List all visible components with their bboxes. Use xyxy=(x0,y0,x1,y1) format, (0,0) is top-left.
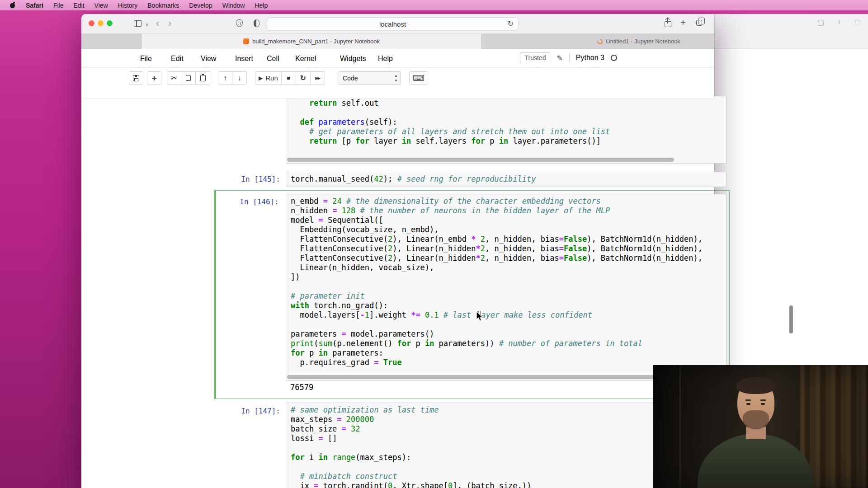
jupyter-favicon-icon xyxy=(243,38,249,44)
privacy-shield-icon[interactable] xyxy=(236,19,243,27)
menubar-item-file[interactable]: File xyxy=(48,2,69,9)
input-prompt: In [146]: xyxy=(213,197,279,206)
minimize-button[interactable] xyxy=(98,20,104,26)
jupyter-menu-insert[interactable]: Insert xyxy=(235,55,253,63)
code-line: Embedding(vocab_size, n_embd), xyxy=(291,225,726,235)
tab-bar: build_makemore_CNN_part1 - Jupyter Noteb… xyxy=(81,34,714,49)
trusted-badge[interactable]: Trusted xyxy=(520,52,550,63)
code-line: model = Sequential([ xyxy=(291,216,726,225)
cell-output: 76579 xyxy=(290,383,313,392)
menubar-item-edit[interactable]: Edit xyxy=(68,2,89,9)
jupyter-menu-widgets[interactable]: Widgets xyxy=(340,55,366,63)
code-line: return [p for layer in self.layers for p… xyxy=(291,136,726,146)
tab-build-makemore[interactable]: build_makemore_CNN_part1 - Jupyter Noteb… xyxy=(141,34,482,49)
menubar-item-history[interactable]: History xyxy=(113,2,143,9)
menubar-item-view[interactable]: View xyxy=(90,2,113,9)
copy-icon xyxy=(186,75,191,81)
apple-menu-icon[interactable] xyxy=(9,2,15,8)
code-line: # get parameters of all layers and stret… xyxy=(291,127,726,136)
code-cell-input[interactable]: n_embd = 24 # the dimensionality of the … xyxy=(286,194,726,381)
menubar-item-bookmarks[interactable]: Bookmarks xyxy=(142,2,184,9)
move-cell-down-button[interactable]: ↓ xyxy=(232,71,247,84)
menubar-item-develop[interactable]: Develop xyxy=(184,2,217,9)
fast-forward-icon: ▶▶ xyxy=(315,76,320,80)
loading-spinner-icon xyxy=(596,38,604,45)
horizontal-scrollbar[interactable] xyxy=(287,375,679,379)
jupyter-menu-edit[interactable]: Edit xyxy=(171,55,184,63)
save-icon xyxy=(133,75,139,81)
browser-toolbar: ∨ ‹ › localhost ↻ + xyxy=(81,14,714,34)
close-button[interactable] xyxy=(89,20,94,26)
jupyter-menubar: FileEditViewInsertCellKernelWidgetsHelp xyxy=(81,51,714,68)
code-line: FlattenConsecutive(2), Linear(n_embd * 2… xyxy=(291,235,726,244)
code-line: model.layers[-1].weight *= 0.1 # last la… xyxy=(291,310,726,320)
share-icon xyxy=(818,20,824,26)
run-label: Run xyxy=(265,74,278,82)
input-prompt: In [145]: xyxy=(214,175,280,183)
jupyter-menu-view[interactable]: View xyxy=(201,55,216,63)
new-tab-icon[interactable]: + xyxy=(680,18,686,28)
code-line: print(sum(p.nelement() for p in paramete… xyxy=(291,339,726,348)
jupyter-header: FileEditViewInsertCellKernelWidgetsHelp … xyxy=(81,49,714,99)
move-cell-up-button[interactable]: ↑ xyxy=(218,71,232,84)
tab-overview-icon[interactable] xyxy=(696,20,702,26)
copy-cell-button[interactable] xyxy=(181,71,196,84)
menubar-item-safari[interactable]: Safari xyxy=(21,2,48,9)
cut-cell-button[interactable]: ✂ xyxy=(167,71,181,84)
sidebar-icon[interactable] xyxy=(134,20,142,27)
webcam-overlay xyxy=(653,365,868,488)
menubar-item-window[interactable]: Window xyxy=(217,2,250,9)
paste-cell-button[interactable] xyxy=(196,71,210,84)
code-line: for p in parameters: xyxy=(291,348,726,358)
paste-icon xyxy=(200,75,206,81)
stop-button[interactable]: ■ xyxy=(282,71,296,84)
horizontal-scrollbar[interactable] xyxy=(287,158,674,162)
zoom-button[interactable] xyxy=(107,20,113,26)
code-cell-input[interactable]: return self.out def parameters(self): # … xyxy=(286,96,726,164)
mouse-cursor xyxy=(476,311,484,324)
code-line: parameters = model.parameters() xyxy=(291,329,726,339)
code-line: FlattenConsecutive(2), Linear(n_hidden*2… xyxy=(291,253,726,263)
new-tab-icon: + xyxy=(837,18,842,27)
jupyter-menu-help[interactable]: Help xyxy=(378,55,393,63)
reader-toggle-icon[interactable] xyxy=(254,19,259,27)
url-text: localhost xyxy=(379,20,406,28)
macos-menubar: SafariFileEditViewHistoryBookmarksDevelo… xyxy=(0,0,868,10)
back-button[interactable]: ‹ xyxy=(156,18,159,29)
chevron-down-icon[interactable]: ∨ xyxy=(145,22,149,28)
tab-untitled1[interactable]: Untitled1 - Jupyter Notebook xyxy=(482,34,796,49)
jupyter-menu-file[interactable]: File xyxy=(140,55,152,63)
add-cell-button[interactable]: + xyxy=(147,71,161,84)
restart-kernel-button[interactable]: ↻ xyxy=(296,71,311,84)
code-line xyxy=(291,108,726,117)
restart-run-all-button[interactable]: ▶▶ xyxy=(311,71,325,84)
jupyter-menu-cell[interactable]: Cell xyxy=(267,55,279,63)
address-bar[interactable]: localhost ↻ xyxy=(267,17,519,31)
reload-icon[interactable]: ↻ xyxy=(508,19,514,28)
edit-mode-pencil-icon: ✎ xyxy=(557,54,562,62)
restart-icon: ↻ xyxy=(300,74,306,82)
code-line: ]) xyxy=(291,272,726,282)
input-prompt: In [147]: xyxy=(214,407,280,415)
safari-window: ∨ ‹ › localhost ↻ + build_makemore_CNN_p… xyxy=(81,14,714,488)
code-line: FlattenConsecutive(2), Linear(n_hidden*2… xyxy=(291,244,726,253)
code-line: # parameter init xyxy=(291,291,726,301)
menubar-item-help[interactable]: Help xyxy=(250,2,273,9)
jupyter-toolbar: + ✂ ↑ ↓ ▶ Run ■ ↻ ▶▶ Code xyxy=(81,69,714,88)
forward-button[interactable]: › xyxy=(168,18,171,29)
code-cell-input[interactable]: torch.manual_seed(42); # seed rng for re… xyxy=(286,172,726,187)
notebook-status: Trusted ✎ Python 3 xyxy=(520,52,617,64)
dropdown-arrows-icon: ▲▼ xyxy=(394,73,398,83)
cell-type-dropdown[interactable]: Code ▲▼ xyxy=(338,71,401,84)
plus-icon: + xyxy=(151,73,156,83)
code-line xyxy=(291,320,726,329)
run-button[interactable]: ▶ Run xyxy=(255,71,282,84)
keyboard-icon: ⌨ xyxy=(413,73,425,83)
tab-overview-icon xyxy=(855,20,860,25)
save-button[interactable] xyxy=(129,71,143,84)
jupyter-menu-kernel[interactable]: Kernel xyxy=(295,55,316,63)
vertical-scrollbar[interactable] xyxy=(789,305,793,333)
cell-type-value: Code xyxy=(343,75,358,82)
share-icon[interactable] xyxy=(665,19,671,28)
command-palette-button[interactable]: ⌨ xyxy=(409,71,428,84)
